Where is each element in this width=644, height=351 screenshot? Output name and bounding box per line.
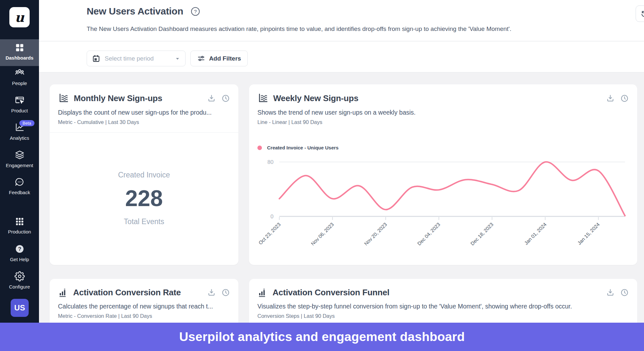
svg-text:Jan 01, 2024: Jan 01, 2024 [523, 222, 548, 246]
beta-badge: Beta [19, 120, 34, 126]
feedback-chat-icon [14, 177, 25, 187]
page-title: New Users Activation [87, 6, 183, 17]
download-icon[interactable] [606, 288, 615, 297]
people-icon [14, 68, 25, 78]
sidebar-item-get-help[interactable]: ? Get Help [0, 244, 39, 262]
sidebar-item-label: Engagement [0, 163, 39, 168]
sidebar-item-label: Dashboards [0, 55, 39, 61]
metric-label: Created Invoice [118, 171, 170, 179]
card-monthly-new-signups: Monthly New Sign-ups Displays the count … [50, 84, 238, 265]
card-title: Weekly New Sign-ups [273, 93, 601, 103]
sidebar-item-label: Configure [0, 284, 39, 289]
sidebar: u Dashboards People Product Beta Analyti… [0, 0, 39, 351]
sidebar-item-label: Product [0, 108, 39, 113]
svg-text:?: ? [194, 9, 197, 14]
card-title: Monthly New Sign-ups [74, 93, 202, 103]
time-period-placeholder: Select time period [105, 55, 170, 62]
download-icon[interactable] [207, 288, 216, 297]
svg-text:Dec 04, 2023: Dec 04, 2023 [416, 222, 441, 246]
card-description: Shows the trend of new user sign-ups on … [249, 104, 637, 116]
card-meta: Conversion Steps | Last 90 Days [249, 310, 637, 319]
add-filters-label: Add Filters [209, 55, 241, 62]
legend-dot [257, 146, 262, 150]
card-meta: Metric - Cumulative | Last 30 Days [50, 116, 238, 125]
bar-chart-icon [257, 287, 268, 298]
metric-body: Created Invoice 228 Total Events [50, 134, 238, 263]
svg-text:0: 0 [271, 213, 274, 220]
divider [50, 132, 238, 133]
sidebar-item-product[interactable]: Product [0, 95, 39, 113]
help-circle-icon: ? [14, 244, 25, 254]
clock-icon[interactable] [221, 288, 230, 297]
sidebar-item-production[interactable]: Production [0, 217, 39, 234]
refresh-button[interactable] [636, 5, 644, 22]
clock-icon[interactable] [221, 94, 230, 103]
clock-icon[interactable] [620, 94, 629, 103]
page-description: The New Users Activation Dashboard measu… [87, 25, 511, 33]
sidebar-item-engagement[interactable]: Engagement [0, 150, 39, 168]
wave-chart-icon [58, 93, 69, 104]
chart-legend[interactable]: Created Invoice - Unique Users [257, 145, 339, 150]
svg-text:Nov 20, 2023: Nov 20, 2023 [363, 222, 388, 246]
clock-icon[interactable] [620, 288, 629, 297]
svg-text:80: 80 [267, 159, 274, 165]
dashboards-grid-icon [15, 43, 24, 52]
chevron-down-icon [175, 56, 180, 61]
bar-chart-icon [58, 287, 68, 298]
svg-text:Dec 18, 2023: Dec 18, 2023 [469, 222, 494, 246]
card-description: Calculates the percentage of new signups… [50, 298, 238, 310]
page-header: New Users Activation ? The New Users Act… [39, 0, 644, 41]
sidebar-item-analytics[interactable]: Beta Analytics [0, 122, 39, 141]
card-title: Activation Conversion Funnel [273, 288, 601, 298]
metric-value: 228 [125, 187, 163, 210]
metric-sublabel: Total Events [124, 217, 164, 226]
caption-banner: Userpilot analytics and engagement dashb… [0, 323, 644, 351]
sidebar-item-label: People [0, 81, 39, 86]
wave-chart-icon [257, 93, 268, 104]
legend-label: Created Invoice - Unique Users [267, 145, 339, 150]
sidebar-item-label: Production [0, 229, 39, 234]
filter-bar: Select time period Add Filters [39, 42, 644, 72]
sidebar-item-label: Get Help [0, 257, 39, 262]
title-help-icon[interactable]: ? [190, 6, 200, 16]
sidebar-item-label: Feedback [0, 190, 39, 195]
engagement-layers-icon [14, 150, 25, 160]
card-description: Visualizes the step-by-step funnel conve… [249, 298, 637, 310]
svg-text:?: ? [18, 246, 21, 252]
card-description: Displays the count of new user sign-ups … [50, 104, 238, 116]
download-icon[interactable] [207, 94, 216, 103]
card-meta: Line - Linear | Last 90 Days [249, 116, 637, 125]
svg-text:Oct 23, 2023: Oct 23, 2023 [257, 222, 282, 246]
download-icon[interactable] [606, 94, 615, 103]
filters-sliders-icon [197, 54, 205, 62]
user-avatar[interactable]: US [11, 299, 29, 317]
card-title: Activation Conversion Rate [73, 288, 202, 298]
gear-icon [14, 271, 25, 281]
sidebar-item-feedback[interactable]: Feedback [0, 177, 39, 195]
card-meta: Metric - Conversion Rate | Last 90 Days [50, 310, 238, 319]
weekly-signups-line-chart: 080Oct 23, 2023Nov 06, 2023Nov 20, 2023D… [252, 153, 633, 261]
svg-text:Nov 06, 2023: Nov 06, 2023 [310, 222, 335, 246]
userpilot-logo[interactable]: u [9, 7, 30, 27]
sidebar-item-dashboards[interactable]: Dashboards [0, 39, 39, 66]
production-grid-icon [15, 217, 24, 226]
sidebar-item-label: Analytics [0, 135, 39, 141]
product-window-icon [14, 95, 25, 105]
card-weekly-new-signups: Weekly New Sign-ups Shows the trend of n… [249, 84, 637, 265]
sidebar-item-configure[interactable]: Configure [0, 271, 39, 289]
refresh-icon [640, 10, 644, 18]
time-period-select[interactable]: Select time period [87, 51, 186, 66]
svg-text:Jan 15, 2024: Jan 15, 2024 [576, 222, 601, 246]
add-filters-button[interactable]: Add Filters [190, 51, 248, 66]
sidebar-item-people[interactable]: People [0, 68, 39, 86]
caption-text: Userpilot analytics and engagement dashb… [179, 330, 465, 344]
calendar-icon [92, 54, 100, 62]
